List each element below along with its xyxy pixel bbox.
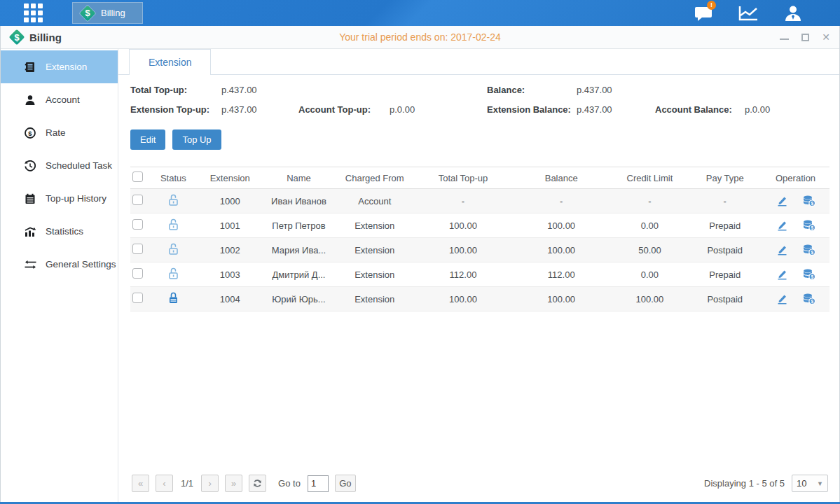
next-page-button[interactable]: ›	[201, 475, 219, 492]
edit-row-icon[interactable]	[776, 195, 787, 206]
edit-row-icon[interactable]	[776, 269, 787, 280]
extensions-table: Status Extension Name Charged From Total…	[130, 167, 829, 312]
cell-balance: -	[511, 189, 612, 214]
edit-row-icon[interactable]	[776, 293, 787, 304]
pagination-bar: « ‹ 1/1 › » Go t	[130, 470, 829, 498]
sidebar-item-scheduled-task[interactable]: Scheduled Task	[1, 149, 118, 182]
unlocked-icon[interactable]	[168, 243, 179, 255]
balance-summary: Total Top-up: p.437.00 Extension Top-up:…	[130, 85, 829, 115]
displaying-text: Displaying 1 - 5 of 5	[704, 478, 785, 489]
cell-charged_from: Extension	[334, 214, 415, 238]
tab-bar: Extension	[118, 49, 839, 75]
top-up-row-icon[interactable]: $	[803, 269, 815, 280]
edit-row-icon[interactable]	[776, 244, 787, 255]
cell-credit_limit: 100.00	[612, 287, 689, 312]
general-settings-icon	[24, 258, 36, 271]
billing-app-icon: $	[80, 6, 95, 21]
sidebar-item-general-settings[interactable]: General Settings	[1, 248, 118, 281]
goto-page-input[interactable]	[308, 475, 329, 492]
maximize-icon[interactable]	[801, 34, 809, 41]
extension-icon	[24, 61, 36, 74]
unlocked-icon[interactable]	[168, 267, 179, 279]
cell-name: Петр Петров	[263, 214, 335, 238]
cell-extension: 1001	[197, 214, 263, 238]
cell-charged_from: Extension	[334, 262, 415, 287]
statistics-icon	[24, 225, 36, 238]
sidebar-item-label: Account	[46, 94, 80, 105]
unlocked-icon[interactable]	[168, 218, 179, 230]
caret-down-icon: ▼	[817, 480, 823, 487]
total-topup-value: p.437.00	[221, 85, 298, 95]
top-up-row-icon[interactable]: $	[803, 244, 815, 255]
extension-topup-label: Extension Top-up:	[130, 104, 221, 115]
col-total-topup: Total Top-up	[415, 167, 511, 189]
user-account-icon[interactable]	[783, 4, 804, 22]
unlocked-icon[interactable]	[168, 194, 179, 206]
edit-row-icon[interactable]	[776, 220, 787, 231]
cell-total_topup: 100.00	[415, 214, 511, 238]
window-title: Billing	[29, 31, 62, 43]
col-balance: Balance	[511, 167, 612, 189]
tab-extension[interactable]: Extension	[129, 49, 211, 75]
svg-text:$: $	[28, 129, 32, 136]
window-title-group: $ Billing	[9, 29, 62, 45]
page-size-select[interactable]: 10 ▼	[792, 475, 828, 492]
total-topup-label: Total Top-up:	[130, 85, 221, 95]
cell-pay_type: Postpaid	[688, 287, 762, 312]
last-page-button[interactable]: »	[225, 475, 242, 492]
cell-name: Мария Ива...	[263, 238, 335, 262]
trial-notice: Your trial period ends on: 2017-02-24	[1, 31, 839, 43]
table-row: 1001 Петр Петров Extension 100.00 100.00…	[130, 214, 829, 238]
cell-total_topup: 100.00	[415, 238, 511, 262]
sidebar-item-label: Statistics	[46, 226, 83, 237]
go-button[interactable]: Go	[335, 475, 356, 492]
cell-pay_type: Prepaid	[688, 214, 762, 238]
messages-icon[interactable]: !	[693, 4, 714, 22]
table-header-row: Status Extension Name Charged From Total…	[130, 167, 829, 189]
reports-chart-icon[interactable]	[738, 4, 759, 22]
cell-pay_type: Prepaid	[688, 262, 762, 287]
col-operation: Operation	[762, 167, 829, 189]
top-up-row-icon[interactable]: $	[803, 220, 815, 231]
app-grid-icon[interactable]	[24, 4, 43, 22]
svg-text:$: $	[811, 274, 813, 280]
cell-charged_from: Account	[334, 189, 415, 214]
locked-icon[interactable]	[168, 292, 179, 304]
edit-button[interactable]: Edit	[130, 130, 165, 150]
first-page-button[interactable]: «	[132, 475, 149, 492]
top-up-row-icon[interactable]: $	[803, 195, 815, 206]
row-checkbox[interactable]	[132, 244, 143, 254]
col-status: Status	[150, 167, 197, 189]
row-checkbox[interactable]	[132, 293, 143, 303]
prev-page-button[interactable]: ‹	[156, 475, 173, 492]
sidebar: Extension Account $	[1, 49, 118, 502]
cell-pay_type: -	[688, 189, 762, 214]
sidebar-item-topup-history[interactable]: Top-up History	[1, 182, 118, 215]
minimize-icon[interactable]	[780, 34, 789, 40]
refresh-button[interactable]	[249, 475, 266, 492]
select-all-checkbox[interactable]	[132, 172, 143, 182]
cell-extension: 1002	[197, 238, 263, 262]
sidebar-item-rate[interactable]: $ Rate	[1, 116, 118, 149]
sidebar-item-statistics[interactable]: Statistics	[1, 215, 118, 248]
col-name: Name	[263, 167, 335, 189]
desktop: $ Billing !	[0, 0, 840, 504]
notification-badge: !	[707, 1, 716, 10]
main-panel: Extension Total Top-up: p.437.00	[118, 49, 839, 502]
col-credit-limit: Credit Limit	[612, 167, 689, 189]
top-up-button[interactable]: Top Up	[172, 130, 221, 150]
taskbar-tab-billing[interactable]: $ Billing	[72, 2, 143, 24]
topup-history-icon	[24, 192, 36, 205]
cell-pay_type: Postpaid	[688, 238, 762, 262]
close-icon[interactable]: ✕	[821, 32, 831, 42]
cell-balance: 100.00	[511, 238, 612, 262]
account-balance-value: p.0.00	[745, 104, 823, 115]
top-up-row-icon[interactable]: $	[803, 293, 815, 304]
row-checkbox[interactable]	[132, 195, 143, 205]
table-row: 1004 Юрий Юрь... Extension 100.00 100.00…	[130, 287, 829, 312]
sidebar-item-account[interactable]: Account	[1, 83, 118, 116]
sidebar-item-extension[interactable]: Extension	[1, 50, 118, 83]
row-checkbox[interactable]	[132, 219, 143, 230]
row-checkbox[interactable]	[132, 268, 143, 279]
page-indicator: 1/1	[181, 478, 193, 489]
